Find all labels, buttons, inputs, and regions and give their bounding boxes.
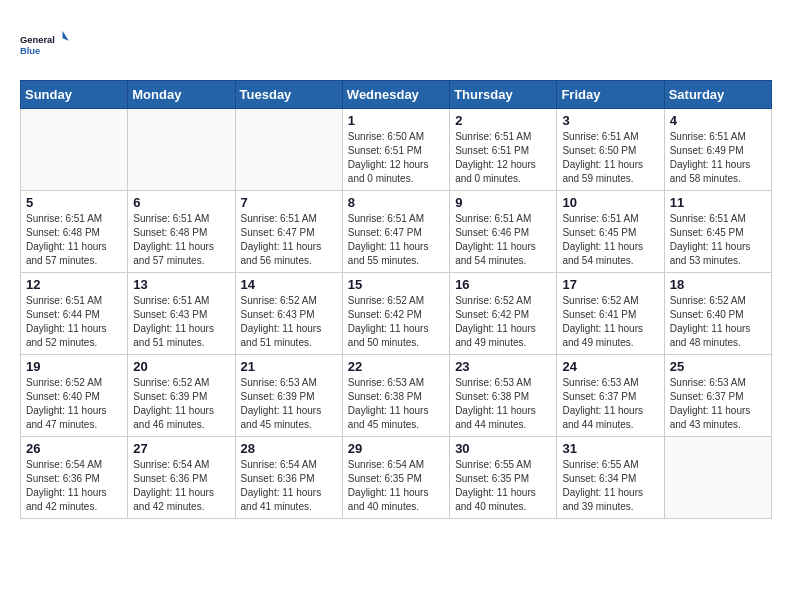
calendar-week-2: 5Sunrise: 6:51 AMSunset: 6:48 PMDaylight…: [21, 191, 772, 273]
day-number: 4: [670, 113, 766, 128]
day-info: Sunrise: 6:52 AMSunset: 6:41 PMDaylight:…: [562, 294, 658, 350]
calendar-cell: [128, 109, 235, 191]
day-info: Sunrise: 6:51 AMSunset: 6:51 PMDaylight:…: [455, 130, 551, 186]
day-number: 18: [670, 277, 766, 292]
day-info: Sunrise: 6:51 AMSunset: 6:49 PMDaylight:…: [670, 130, 766, 186]
calendar-cell: [21, 109, 128, 191]
day-info: Sunrise: 6:51 AMSunset: 6:43 PMDaylight:…: [133, 294, 229, 350]
day-info: Sunrise: 6:52 AMSunset: 6:40 PMDaylight:…: [670, 294, 766, 350]
calendar-cell: 5Sunrise: 6:51 AMSunset: 6:48 PMDaylight…: [21, 191, 128, 273]
calendar-cell: [235, 109, 342, 191]
calendar-cell: 20Sunrise: 6:52 AMSunset: 6:39 PMDayligh…: [128, 355, 235, 437]
day-info: Sunrise: 6:52 AMSunset: 6:42 PMDaylight:…: [455, 294, 551, 350]
day-number: 31: [562, 441, 658, 456]
calendar-cell: 4Sunrise: 6:51 AMSunset: 6:49 PMDaylight…: [664, 109, 771, 191]
svg-marker-2: [63, 31, 69, 41]
day-info: Sunrise: 6:50 AMSunset: 6:51 PMDaylight:…: [348, 130, 444, 186]
logo-svg: General Blue: [20, 20, 70, 70]
day-number: 24: [562, 359, 658, 374]
calendar-cell: 1Sunrise: 6:50 AMSunset: 6:51 PMDaylight…: [342, 109, 449, 191]
day-number: 3: [562, 113, 658, 128]
day-info: Sunrise: 6:51 AMSunset: 6:44 PMDaylight:…: [26, 294, 122, 350]
calendar-week-1: 1Sunrise: 6:50 AMSunset: 6:51 PMDaylight…: [21, 109, 772, 191]
day-number: 6: [133, 195, 229, 210]
calendar-cell: 9Sunrise: 6:51 AMSunset: 6:46 PMDaylight…: [450, 191, 557, 273]
calendar-cell: 14Sunrise: 6:52 AMSunset: 6:43 PMDayligh…: [235, 273, 342, 355]
calendar-cell: 13Sunrise: 6:51 AMSunset: 6:43 PMDayligh…: [128, 273, 235, 355]
day-info: Sunrise: 6:52 AMSunset: 6:42 PMDaylight:…: [348, 294, 444, 350]
calendar-cell: 6Sunrise: 6:51 AMSunset: 6:48 PMDaylight…: [128, 191, 235, 273]
day-number: 13: [133, 277, 229, 292]
calendar-cell: 26Sunrise: 6:54 AMSunset: 6:36 PMDayligh…: [21, 437, 128, 519]
day-info: Sunrise: 6:51 AMSunset: 6:45 PMDaylight:…: [562, 212, 658, 268]
day-number: 22: [348, 359, 444, 374]
weekday-header-friday: Friday: [557, 81, 664, 109]
weekday-header-thursday: Thursday: [450, 81, 557, 109]
day-number: 14: [241, 277, 337, 292]
day-info: Sunrise: 6:51 AMSunset: 6:47 PMDaylight:…: [241, 212, 337, 268]
day-info: Sunrise: 6:54 AMSunset: 6:36 PMDaylight:…: [241, 458, 337, 514]
day-number: 16: [455, 277, 551, 292]
day-number: 7: [241, 195, 337, 210]
calendar-week-5: 26Sunrise: 6:54 AMSunset: 6:36 PMDayligh…: [21, 437, 772, 519]
day-number: 27: [133, 441, 229, 456]
day-number: 20: [133, 359, 229, 374]
day-info: Sunrise: 6:51 AMSunset: 6:48 PMDaylight:…: [26, 212, 122, 268]
calendar-cell: 18Sunrise: 6:52 AMSunset: 6:40 PMDayligh…: [664, 273, 771, 355]
day-info: Sunrise: 6:51 AMSunset: 6:46 PMDaylight:…: [455, 212, 551, 268]
day-info: Sunrise: 6:53 AMSunset: 6:37 PMDaylight:…: [670, 376, 766, 432]
calendar-cell: 15Sunrise: 6:52 AMSunset: 6:42 PMDayligh…: [342, 273, 449, 355]
logo: General Blue: [20, 20, 70, 70]
day-number: 10: [562, 195, 658, 210]
calendar-week-4: 19Sunrise: 6:52 AMSunset: 6:40 PMDayligh…: [21, 355, 772, 437]
calendar-cell: 27Sunrise: 6:54 AMSunset: 6:36 PMDayligh…: [128, 437, 235, 519]
calendar-cell: 3Sunrise: 6:51 AMSunset: 6:50 PMDaylight…: [557, 109, 664, 191]
calendar-cell: 19Sunrise: 6:52 AMSunset: 6:40 PMDayligh…: [21, 355, 128, 437]
calendar-cell: 8Sunrise: 6:51 AMSunset: 6:47 PMDaylight…: [342, 191, 449, 273]
day-number: 17: [562, 277, 658, 292]
day-number: 25: [670, 359, 766, 374]
calendar-cell: 31Sunrise: 6:55 AMSunset: 6:34 PMDayligh…: [557, 437, 664, 519]
day-info: Sunrise: 6:53 AMSunset: 6:39 PMDaylight:…: [241, 376, 337, 432]
calendar-cell: [664, 437, 771, 519]
day-info: Sunrise: 6:55 AMSunset: 6:34 PMDaylight:…: [562, 458, 658, 514]
day-number: 8: [348, 195, 444, 210]
calendar-cell: 7Sunrise: 6:51 AMSunset: 6:47 PMDaylight…: [235, 191, 342, 273]
day-number: 30: [455, 441, 551, 456]
weekday-header-wednesday: Wednesday: [342, 81, 449, 109]
day-number: 21: [241, 359, 337, 374]
calendar-week-3: 12Sunrise: 6:51 AMSunset: 6:44 PMDayligh…: [21, 273, 772, 355]
calendar-cell: 2Sunrise: 6:51 AMSunset: 6:51 PMDaylight…: [450, 109, 557, 191]
day-info: Sunrise: 6:53 AMSunset: 6:38 PMDaylight:…: [348, 376, 444, 432]
calendar-cell: 17Sunrise: 6:52 AMSunset: 6:41 PMDayligh…: [557, 273, 664, 355]
day-info: Sunrise: 6:54 AMSunset: 6:35 PMDaylight:…: [348, 458, 444, 514]
day-info: Sunrise: 6:51 AMSunset: 6:50 PMDaylight:…: [562, 130, 658, 186]
day-info: Sunrise: 6:51 AMSunset: 6:45 PMDaylight:…: [670, 212, 766, 268]
calendar-cell: 24Sunrise: 6:53 AMSunset: 6:37 PMDayligh…: [557, 355, 664, 437]
day-info: Sunrise: 6:52 AMSunset: 6:39 PMDaylight:…: [133, 376, 229, 432]
calendar-cell: 12Sunrise: 6:51 AMSunset: 6:44 PMDayligh…: [21, 273, 128, 355]
page-header: General Blue: [20, 20, 772, 70]
day-info: Sunrise: 6:55 AMSunset: 6:35 PMDaylight:…: [455, 458, 551, 514]
calendar-cell: 10Sunrise: 6:51 AMSunset: 6:45 PMDayligh…: [557, 191, 664, 273]
calendar-cell: 11Sunrise: 6:51 AMSunset: 6:45 PMDayligh…: [664, 191, 771, 273]
weekday-header-tuesday: Tuesday: [235, 81, 342, 109]
calendar-table: SundayMondayTuesdayWednesdayThursdayFrid…: [20, 80, 772, 519]
day-info: Sunrise: 6:51 AMSunset: 6:48 PMDaylight:…: [133, 212, 229, 268]
day-info: Sunrise: 6:51 AMSunset: 6:47 PMDaylight:…: [348, 212, 444, 268]
day-number: 11: [670, 195, 766, 210]
calendar-cell: 28Sunrise: 6:54 AMSunset: 6:36 PMDayligh…: [235, 437, 342, 519]
svg-text:Blue: Blue: [20, 46, 40, 56]
day-number: 5: [26, 195, 122, 210]
day-number: 9: [455, 195, 551, 210]
day-number: 12: [26, 277, 122, 292]
day-number: 19: [26, 359, 122, 374]
weekday-header-saturday: Saturday: [664, 81, 771, 109]
day-info: Sunrise: 6:54 AMSunset: 6:36 PMDaylight:…: [133, 458, 229, 514]
day-info: Sunrise: 6:53 AMSunset: 6:38 PMDaylight:…: [455, 376, 551, 432]
weekday-header-sunday: Sunday: [21, 81, 128, 109]
svg-text:General: General: [20, 35, 55, 45]
day-number: 28: [241, 441, 337, 456]
calendar-cell: 16Sunrise: 6:52 AMSunset: 6:42 PMDayligh…: [450, 273, 557, 355]
day-info: Sunrise: 6:54 AMSunset: 6:36 PMDaylight:…: [26, 458, 122, 514]
